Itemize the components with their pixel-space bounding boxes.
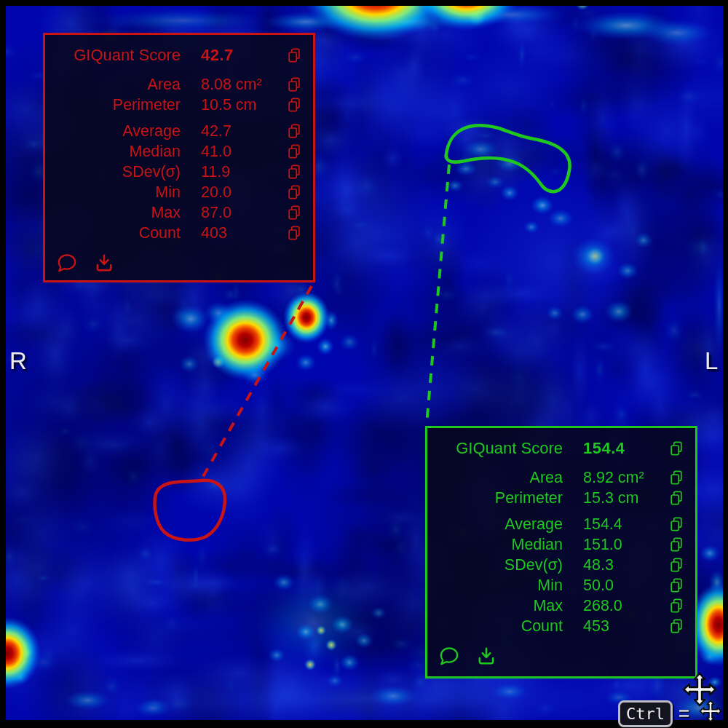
stat-value: 50.0 [583,575,647,596]
stat-label: Median [55,141,181,162]
stat-value: 8.92 cm² [583,467,647,488]
stat-section: Area8.08 cm²Perimeter10.5 cm [55,74,303,115]
stat-label: SDev(σ) [438,555,563,575]
stat-label: Max [438,596,563,616]
download-button[interactable] [475,646,497,667]
copy-icon [669,577,684,594]
copy-icon [669,516,684,533]
comment-icon [55,252,79,274]
stat-row: Max87.0 [55,202,303,223]
copy-button[interactable] [668,596,685,615]
comment-button[interactable] [55,252,79,274]
copy-button[interactable] [668,576,685,595]
stat-label: Min [438,575,563,596]
stat-row: Median41.0 [55,141,303,162]
copy-icon [287,205,301,221]
stat-row: Count453 [438,616,685,636]
copy-button[interactable] [668,515,685,534]
stat-row: Area8.92 cm² [438,467,685,488]
stat-row: Max268.0 [438,596,685,616]
download-button[interactable] [93,253,115,274]
equals-sign: = [678,703,689,725]
stat-value: 10.5 cm [201,95,265,115]
copy-score-button[interactable] [668,439,685,458]
copy-button[interactable] [285,122,303,141]
copy-button[interactable] [285,162,303,181]
stat-value: 15.3 cm [583,488,647,508]
copy-button[interactable] [285,203,303,222]
copy-icon [287,47,301,64]
roi-stats-panel-green[interactable]: GIQuant Score 154.4 Area8.92 cm²Perimete… [425,426,697,678]
stat-label: Perimeter [55,95,181,115]
score-row: GIQuant Score 154.4 [438,435,685,462]
stat-row: Average42.7 [55,121,303,141]
copy-button[interactable] [668,617,685,636]
score-row: GIQuant Score 42.7 [55,42,303,68]
move-cursor-icon [695,699,726,728]
stat-value: 154.4 [583,514,647,534]
copy-icon [669,537,684,553]
stat-row: SDev(σ)48.3 [438,555,685,575]
roi-stats-panel-red[interactable]: GIQuant Score 42.7 Area8.08 cm²Perimeter… [43,33,315,282]
stat-label: Area [55,74,181,95]
copy-score-button[interactable] [285,46,303,65]
copy-icon [287,164,301,181]
copy-button[interactable] [285,142,303,161]
stat-value: 268.0 [583,596,647,616]
stat-label: Area [438,467,563,488]
copy-icon [287,76,301,93]
orientation-marker-right: R [9,347,27,375]
stat-value: 403 [201,223,265,243]
orientation-marker-left: L [705,347,718,375]
stat-label: Average [438,514,563,534]
copy-button[interactable] [668,468,685,487]
stat-label: Median [438,534,563,555]
stat-row: Perimeter10.5 cm [55,95,303,115]
stat-value: 48.3 [583,555,647,575]
stat-row: Median151.0 [438,534,685,555]
stat-row: Min50.0 [438,575,685,596]
stat-value: 8.08 cm² [201,74,265,95]
stat-value: 20.0 [201,182,265,202]
stat-row: Average154.4 [438,514,685,534]
stat-label: Min [55,182,181,202]
stat-label: SDev(σ) [55,162,181,182]
stat-label: Count [438,616,563,636]
score-value: 154.4 [583,438,647,459]
download-icon [93,253,115,274]
copy-button[interactable] [285,75,303,94]
copy-button[interactable] [668,535,685,554]
copy-icon [669,470,684,486]
stat-row: Count403 [55,223,303,243]
stat-label: Average [55,121,181,141]
stat-value: 87.0 [201,202,265,223]
copy-icon [669,440,684,457]
stat-section: Area8.92 cm²Perimeter15.3 cm [438,467,685,508]
copy-button[interactable] [285,223,303,242]
image-viewport[interactable]: R L GIQuant Score 42.7 Area8.08 cm²Perim… [0,0,728,728]
comment-icon [438,645,461,668]
stat-value: 151.0 [583,534,647,555]
copy-icon [287,143,301,160]
stat-value: 41.0 [201,141,265,162]
stat-section: Average42.7Median41.0SDev(σ)11.9Min20.0M… [55,121,303,243]
copy-button[interactable] [285,183,303,202]
stat-row: Area8.08 cm² [55,74,303,95]
stat-value: 11.9 [201,162,265,182]
stat-row: SDev(σ)11.9 [55,162,303,182]
stat-label: Max [55,202,181,223]
score-label: GIQuant Score [55,45,181,66]
copy-icon [287,97,301,114]
copy-icon [287,225,301,242]
copy-button[interactable] [668,488,685,507]
copy-icon [669,618,684,635]
comment-button[interactable] [438,645,461,668]
copy-icon [287,184,301,201]
copy-button[interactable] [668,555,685,574]
copy-button[interactable] [285,95,303,114]
score-value: 42.7 [201,45,265,66]
stat-label: Perimeter [438,488,563,508]
download-icon [475,646,497,667]
stat-section: Average154.4Median151.0SDev(σ)48.3Min50.… [438,514,685,636]
score-label: GIQuant Score [438,438,563,459]
